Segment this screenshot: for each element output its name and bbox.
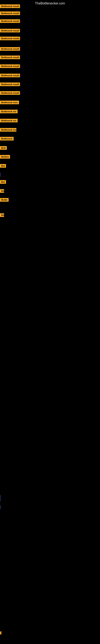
vertical-line [0,505,0,509]
bottleneck-result-badge: Bottleneck result [0,4,20,9]
bottleneck-result-badge: Bo [0,189,4,194]
bottleneck-result-badge: Bottlen [0,155,10,160]
bottleneck-result-badge: Bottleneck result [0,64,20,69]
bottleneck-result-badge: Bottle [0,198,9,202]
bottleneck-result-badge: Bottleneck result [0,29,20,33]
small-bottleneck-badge: B [0,632,1,634]
bottleneck-result-badge: Bo [0,213,4,218]
bottleneck-result-badge: Bottleneck [0,137,14,141]
bottleneck-result-badge: Bottleneck result [0,37,20,41]
bottleneck-result-badge: Bottleneck resu [0,100,19,105]
vertical-line [0,173,0,177]
bottleneck-result-badge: Bottleneck result [0,56,20,60]
bottleneck-result-badge: Bottleneck result [0,74,20,78]
bottleneck-result-badge: Bottleneck result [0,12,20,16]
bottleneck-result-badge: Bot [0,164,6,168]
bottleneck-result-badge: Bottleneck res [0,128,16,132]
bottleneck-result-badge: Bottleneck result [0,82,20,87]
bottleneck-result-badge: Bottleneck res [0,119,18,123]
bottleneck-result-badge: Bottleneck result [0,47,20,52]
bottleneck-result-badge: Bott [0,146,7,150]
vertical-line [0,495,0,501]
bottleneck-result-badge: Bottleneck result [0,19,20,24]
bottleneck-result-badge: Bot [0,180,6,184]
bottleneck-result-badge: Bottleneck result [0,91,20,96]
bottleneck-result-badge: Bottleneck res [0,110,18,114]
